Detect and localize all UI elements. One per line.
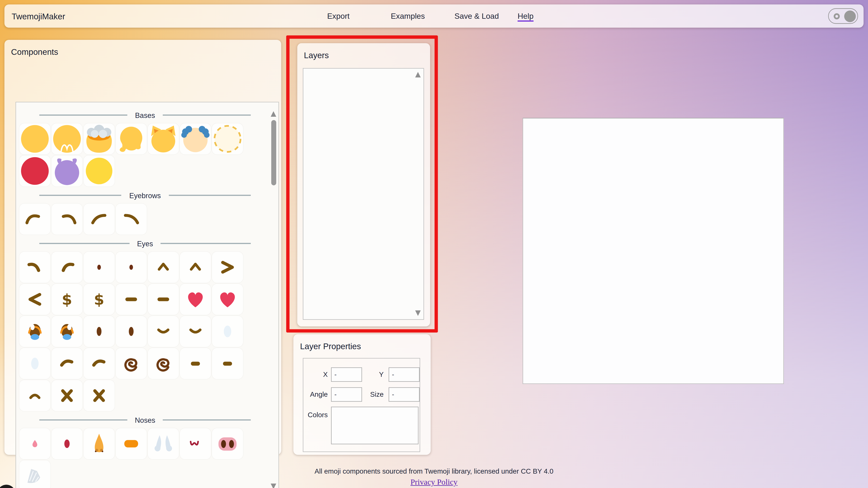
components-panel-title: Components <box>11 47 58 57</box>
eye-x-left[interactable] <box>52 380 83 411</box>
base-purple-imp[interactable] <box>52 156 83 187</box>
component-row <box>19 316 278 347</box>
components-list: BasesEyebrowsEyes$$NosesMouths <box>16 102 278 488</box>
component-row <box>19 348 278 379</box>
divider-line <box>169 195 251 196</box>
nose-red-curl[interactable] <box>180 428 211 459</box>
layers-panel-title: Layers <box>304 50 329 60</box>
eyebrow-raised-left[interactable] <box>19 204 50 235</box>
sun-icon <box>834 13 840 19</box>
eyebrow-curved-left[interactable] <box>84 204 115 235</box>
nose-witch[interactable] <box>84 428 115 459</box>
divider-line <box>163 420 251 420</box>
y-field[interactable] <box>389 367 420 382</box>
eyebrow-raised-right[interactable] <box>52 204 83 235</box>
eye-chevron-left[interactable] <box>19 284 50 315</box>
eye-dollar-right[interactable]: $ <box>84 284 115 315</box>
eye-curve-left[interactable] <box>52 348 83 379</box>
angle-field[interactable] <box>331 387 362 402</box>
divider-line <box>39 115 127 116</box>
nose-steam-puffs[interactable] <box>148 428 179 459</box>
size-field[interactable] <box>389 387 420 402</box>
eye-chevron-right[interactable] <box>212 252 243 283</box>
examples-button[interactable]: Examples <box>388 4 428 28</box>
app-title: TwemojiMaker <box>12 4 65 28</box>
export-button[interactable]: Export <box>324 4 353 28</box>
base-hamster-face[interactable] <box>52 123 83 154</box>
svg-text:$: $ <box>94 291 104 308</box>
eye-white-oval-right[interactable] <box>19 348 50 379</box>
angle-label: Angle <box>303 391 328 398</box>
components-scrollbar-thumb[interactable] <box>271 120 276 185</box>
eye-x-right[interactable] <box>84 380 115 411</box>
nose-red-oval[interactable] <box>52 428 83 459</box>
x-field[interactable] <box>331 367 362 382</box>
scroll-up-icon[interactable] <box>271 111 276 117</box>
size-label: Size <box>364 391 383 398</box>
eye-wink-left[interactable] <box>19 252 50 283</box>
component-row <box>19 204 278 235</box>
eye-pleading-right[interactable] <box>52 316 83 347</box>
base-blue-hair-face[interactable] <box>180 123 211 154</box>
section-label: Eyebrows <box>129 191 161 199</box>
section-header-bases: Bases <box>39 110 251 121</box>
colors-label: Colors <box>303 411 328 419</box>
component-row <box>19 156 278 187</box>
eye-curve-right[interactable] <box>84 348 115 379</box>
eye-white-oval-left[interactable] <box>212 316 243 347</box>
eye-oval-right[interactable] <box>116 316 147 347</box>
eye-dot-left[interactable] <box>84 252 115 283</box>
divider-line <box>161 243 251 244</box>
emoji-canvas[interactable] <box>523 118 784 384</box>
base-dashed-outline[interactable] <box>212 123 243 154</box>
eye-wink-right[interactable] <box>52 252 83 283</box>
nose-pig-snout[interactable] <box>212 428 243 459</box>
divider-line <box>163 115 251 116</box>
components-scrollbar <box>270 102 277 488</box>
base-red-circle[interactable] <box>19 156 50 187</box>
component-row <box>19 380 278 411</box>
dark-mode-toggle[interactable] <box>828 8 858 24</box>
section-header-noses: Noses <box>39 415 251 425</box>
base-melting-face[interactable] <box>116 123 147 154</box>
base-cat-face[interactable] <box>148 123 179 154</box>
eye-pleading-left[interactable] <box>19 316 50 347</box>
base-exploding-head[interactable] <box>84 123 115 154</box>
header-bar: TwemojiMaker Export Examples Save & Load… <box>4 4 864 28</box>
eye-dollar-left[interactable]: $ <box>52 284 83 315</box>
eye-heart-left[interactable] <box>180 284 211 315</box>
eye-dash-right[interactable] <box>148 284 179 315</box>
layers-scroll-down-icon[interactable] <box>415 311 421 316</box>
eye-short-dash-left[interactable] <box>180 348 211 379</box>
privacy-policy-link[interactable]: Privacy Policy <box>410 478 458 486</box>
eye-heart-right[interactable] <box>212 284 243 315</box>
components-scroll-area[interactable]: BasesEyebrowsEyes$$NosesMouths <box>16 102 279 488</box>
y-label: Y <box>364 371 383 378</box>
privacy-policy-row: Privacy Policy <box>0 477 868 487</box>
layer-properties-panel: Layer Properties X Y Angle Size Colors <box>293 334 431 455</box>
divider-line <box>39 243 129 244</box>
help-link[interactable]: Help <box>514 4 537 28</box>
eye-oval-left[interactable] <box>84 316 115 347</box>
eye-spiral-right[interactable] <box>148 348 179 379</box>
nose-pink-drop[interactable] <box>19 428 50 459</box>
eye-short-dash-right[interactable] <box>212 348 243 379</box>
eye-small-arc[interactable] <box>19 380 50 411</box>
eye-caret-left[interactable] <box>148 252 179 283</box>
nose-orange-bar[interactable] <box>116 428 147 459</box>
base-bright-yellow-circle[interactable] <box>84 156 115 187</box>
base-yellow-circle[interactable] <box>19 123 50 154</box>
section-label: Noses <box>135 416 155 424</box>
eye-closed-down-right[interactable] <box>180 316 211 347</box>
eye-dash-left[interactable] <box>116 284 147 315</box>
eye-dot-right[interactable] <box>116 252 147 283</box>
component-row <box>19 428 278 459</box>
save-load-button[interactable]: Save & Load <box>451 4 502 28</box>
eye-closed-down-left[interactable] <box>148 316 179 347</box>
eyebrow-curved-right[interactable] <box>116 204 147 235</box>
eye-caret-right[interactable] <box>180 252 211 283</box>
components-panel: Components BasesEyebrowsEyes$$NosesMouth… <box>4 40 281 455</box>
layers-list[interactable] <box>303 68 424 320</box>
eye-spiral-left[interactable] <box>116 348 147 379</box>
layers-scroll-up-icon[interactable] <box>415 72 421 77</box>
